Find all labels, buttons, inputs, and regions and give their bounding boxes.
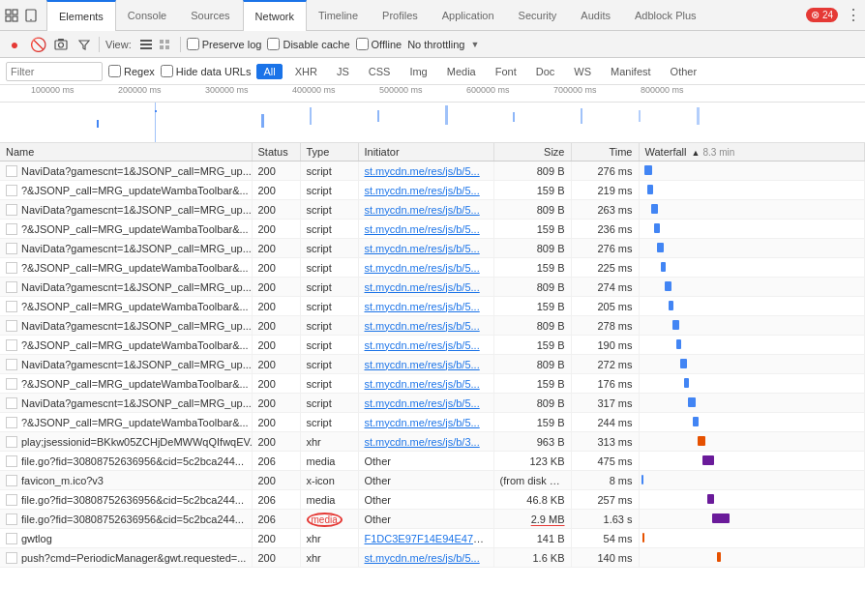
disable-cache-checkbox[interactable]: [267, 38, 280, 50]
row-time: 219 ms: [571, 181, 639, 200]
table-row[interactable]: gwtlog200xhrF1DC3E97F14E94E47FB...141 B5…: [0, 529, 865, 548]
header-size[interactable]: Size: [493, 143, 571, 161]
tick-8: 800000 ms: [639, 85, 684, 95]
devtools-icons: [4, 8, 46, 23]
view-list-btn[interactable]: [137, 36, 155, 53]
table-row[interactable]: ?&JSONP_call=MRG_updateWambaToolbar&...2…: [0, 413, 865, 432]
throttle-dropdown-icon[interactable]: ▼: [470, 40, 479, 49]
header-initiator[interactable]: Initiator: [358, 143, 493, 161]
filter-media[interactable]: Media: [440, 64, 483, 79]
mobile-icon[interactable]: [23, 8, 39, 23]
regex-label[interactable]: Regex: [108, 65, 155, 77]
clear-btn[interactable]: 🚫: [29, 36, 46, 53]
initiator-link[interactable]: st.mycdn.me/res/js/b/3...: [365, 436, 480, 448]
filter-all[interactable]: All: [256, 64, 282, 79]
preserve-log-checkbox[interactable]: [187, 38, 199, 50]
screenshot-btn[interactable]: [52, 36, 70, 53]
error-badge[interactable]: ⊗ 24: [806, 8, 838, 22]
offline-label[interactable]: Offline: [356, 38, 403, 50]
initiator-link[interactable]: st.mycdn.me/res/js/b/5...: [365, 359, 480, 370]
table-row[interactable]: favicon_m.ico?v3200x-iconOther(from disk…: [0, 471, 865, 490]
row-status: 206: [252, 452, 300, 471]
filter-btn[interactable]: [75, 36, 93, 53]
row-status: 200: [252, 374, 300, 394]
tab-network[interactable]: Network: [243, 0, 307, 31]
row-time: 176 ms: [571, 374, 639, 394]
row-size: 159 B: [493, 220, 571, 239]
filter-css[interactable]: CSS: [362, 64, 398, 79]
hide-data-label[interactable]: Hide data URLs: [161, 65, 252, 77]
table-row[interactable]: ?&JSONP_call=MRG_updateWambaToolbar&...2…: [0, 374, 865, 394]
header-status[interactable]: Status: [252, 143, 300, 161]
more-menu-icon[interactable]: ⋮: [846, 8, 861, 23]
record-stop-btn[interactable]: ●: [6, 36, 23, 53]
filter-doc[interactable]: Doc: [529, 64, 562, 79]
table-row[interactable]: ?&JSONP_call=MRG_updateWambaToolbar&...2…: [0, 336, 865, 355]
row-time: 236 ms: [571, 220, 639, 239]
throttle-select[interactable]: No throttling: [407, 39, 464, 50]
header-name[interactable]: Name: [0, 143, 252, 161]
table-row[interactable]: push?cmd=PeriodicManager&gwt.requested=.…: [0, 548, 865, 568]
initiator-link[interactable]: st.mycdn.me/res/js/b/5...: [365, 552, 480, 564]
initiator-link[interactable]: st.mycdn.me/res/js/b/5...: [365, 223, 480, 235]
row-time: 54 ms: [571, 529, 639, 548]
initiator-link[interactable]: st.mycdn.me/res/js/b/5...: [365, 378, 480, 390]
table-row[interactable]: file.go?fid=30808752636956&cid=5c2bca244…: [0, 452, 865, 471]
inspect-icon[interactable]: [4, 8, 19, 23]
initiator-link[interactable]: st.mycdn.me/res/js/b/5...: [365, 320, 480, 332]
filter-img[interactable]: Img: [403, 64, 433, 79]
tab-console[interactable]: Console: [116, 0, 179, 31]
table-row[interactable]: NaviData?gamescnt=1&JSONP_call=MRG_up...…: [0, 278, 865, 297]
filter-input[interactable]: [6, 62, 103, 81]
table-row[interactable]: ?&JSONP_call=MRG_updateWambaToolbar&...2…: [0, 297, 865, 316]
header-waterfall[interactable]: Waterfall ▲ 8.3 min: [639, 143, 865, 161]
tab-security[interactable]: Security: [507, 0, 570, 31]
table-row[interactable]: play;jsessionid=BKkw05ZCHjDeMWWqQIfwqEV.…: [0, 432, 865, 452]
initiator-link[interactable]: st.mycdn.me/res/js/b/5...: [365, 243, 480, 254]
table-row[interactable]: file.go?fid=30808752636956&cid=5c2bca244…: [0, 490, 865, 510]
filter-xhr[interactable]: XHR: [288, 64, 324, 79]
table-row[interactable]: file.go?fid=30808752636956&cid=5c2bca244…: [0, 510, 865, 529]
hide-data-checkbox[interactable]: [161, 65, 173, 77]
initiator-link[interactable]: st.mycdn.me/res/js/b/5...: [365, 417, 480, 428]
table-row[interactable]: NaviData?gamescnt=1&JSONP_call=MRG_up...…: [0, 394, 865, 413]
tab-sources[interactable]: Sources: [179, 0, 242, 31]
preserve-log-label[interactable]: Preserve log: [187, 38, 262, 50]
table-row[interactable]: NaviData?gamescnt=1&JSONP_call=MRG_up...…: [0, 239, 865, 258]
row-time: 274 ms: [571, 278, 639, 297]
initiator-link[interactable]: st.mycdn.me/res/js/b/5...: [365, 165, 480, 177]
table-row[interactable]: NaviData?gamescnt=1&JSONP_call=MRG_up...…: [0, 200, 865, 220]
filter-other[interactable]: Other: [664, 64, 704, 79]
view-group-btn[interactable]: [157, 36, 174, 53]
initiator-link[interactable]: F1DC3E97F14E94E47FB...: [365, 533, 494, 544]
svg-rect-12: [160, 40, 164, 44]
initiator-link[interactable]: st.mycdn.me/res/js/b/5...: [365, 204, 480, 216]
tab-audits[interactable]: Audits: [569, 0, 623, 31]
initiator-link[interactable]: st.mycdn.me/res/js/b/5...: [365, 281, 480, 293]
tab-elements[interactable]: Elements: [46, 0, 116, 31]
table-row[interactable]: ?&JSONP_call=MRG_updateWambaToolbar&...2…: [0, 258, 865, 278]
tab-adblock[interactable]: Adblock Plus: [623, 0, 709, 31]
tab-timeline[interactable]: Timeline: [307, 0, 371, 31]
initiator-link[interactable]: st.mycdn.me/res/js/b/5...: [365, 339, 480, 351]
tab-profiles[interactable]: Profiles: [371, 0, 431, 31]
tab-application[interactable]: Application: [431, 0, 507, 31]
regex-checkbox[interactable]: [108, 65, 121, 77]
initiator-link[interactable]: st.mycdn.me/res/js/b/5...: [365, 262, 480, 274]
table-row[interactable]: ?&JSONP_call=MRG_updateWambaToolbar&...2…: [0, 181, 865, 200]
disable-cache-label[interactable]: Disable cache: [267, 38, 349, 50]
table-row[interactable]: NaviData?gamescnt=1&JSONP_call=MRG_up...…: [0, 355, 865, 374]
filter-font[interactable]: Font: [489, 64, 523, 79]
initiator-link[interactable]: st.mycdn.me/res/js/b/5...: [365, 301, 480, 312]
offline-checkbox[interactable]: [356, 38, 369, 50]
table-row[interactable]: ?&JSONP_call=MRG_updateWambaToolbar&...2…: [0, 220, 865, 239]
header-time[interactable]: Time: [571, 143, 639, 161]
filter-js[interactable]: JS: [330, 64, 356, 79]
header-type[interactable]: Type: [300, 143, 358, 161]
initiator-link[interactable]: st.mycdn.me/res/js/b/5...: [365, 397, 480, 409]
table-row[interactable]: NaviData?gamescnt=1&JSONP_call=MRG_up...…: [0, 316, 865, 336]
filter-manifest[interactable]: Manifest: [604, 64, 658, 79]
initiator-link[interactable]: st.mycdn.me/res/js/b/5...: [365, 185, 480, 196]
table-row[interactable]: NaviData?gamescnt=1&JSONP_call=MRG_up...…: [0, 161, 865, 181]
filter-ws[interactable]: WS: [567, 64, 598, 79]
